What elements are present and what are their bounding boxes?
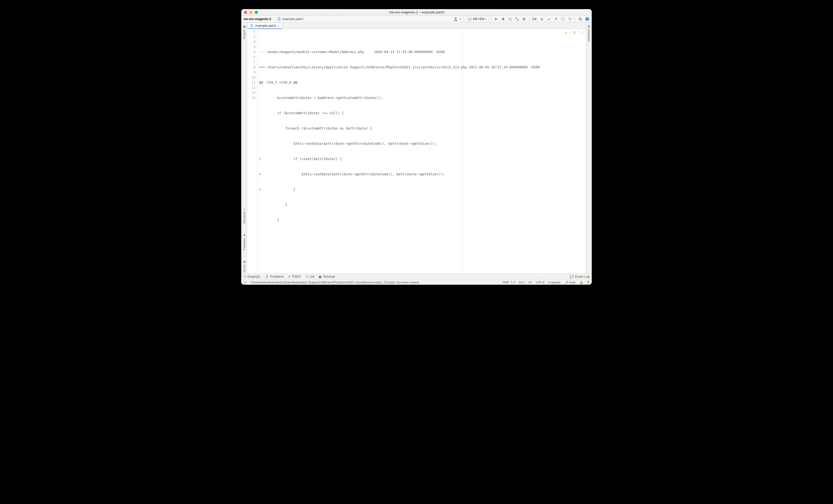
star-icon: ★ [242,233,246,237]
tool-graphql[interactable]: ⬡GraphQL [243,275,261,279]
run-button[interactable] [493,16,499,22]
tool-terminal[interactable]: ▣Terminal [318,275,335,279]
database-icon: 🗄 [588,25,591,28]
folder-icon: ▣ [242,25,246,29]
status-branch[interactable]: ⎇ main [564,280,576,284]
search-everywhere-button[interactable] [577,16,583,22]
code-content[interactable]: --- vendor/magento/module-customer/Model… [258,29,586,273]
stop-button[interactable] [521,16,527,22]
svg-rect-22 [251,25,253,26]
breadcrumb-file-label: example.patch [282,17,303,21]
run-configuration-selector[interactable]: PHP ME+EM ▾ [466,16,489,22]
breadcrumb-file[interactable]: example.patch [277,17,304,21]
vcs-update-button[interactable] [539,16,545,22]
line-number-gutter: 1 2 3 4 5 6 7 8 9 10 11 12 13 14 [247,29,258,273]
status-caret[interactable]: 14:1 [519,281,524,284]
debug-button[interactable] [500,16,506,22]
tool-problems[interactable]: ❗Problems [265,275,284,279]
inspection-widget[interactable]: ✔ ⚠ 1 ⌃ ⌄ [566,30,584,35]
graphql-icon: ⬡ [243,275,246,279]
status-encoding[interactable]: UTF-8 [536,281,545,284]
chevron-down-icon[interactable]: ⌄ [582,30,584,35]
editor-tab-label: example.patch [255,24,276,28]
svg-point-17 [579,18,581,20]
run-config-label: ME+EM [473,17,484,21]
minimize-window-button[interactable] [249,11,253,14]
main-area: Project ▣ Structure ⌗ Favorites ★ Grunt … [241,23,592,273]
right-margin-guide [463,29,463,273]
title-bar: me-em-magento-2 – example.patch [241,9,592,16]
vcs-history-button[interactable] [560,16,566,22]
structure-icon: ⌗ [243,207,246,210]
terminal-icon: ▣ [318,275,322,279]
event-log-icon: 💬 [570,275,574,279]
navigation-bar: me-em-magento-2 〉 example.patch [243,17,304,21]
tool-project[interactable]: Project ▣ [242,24,246,40]
check-icon: ✔ [566,30,567,35]
svg-line-18 [581,20,582,21]
window-title: me-em-magento-2 – example.patch [258,10,576,14]
svg-point-4 [455,18,456,19]
patch-file-icon [278,17,281,21]
bottom-tool-bar: ⬡GraphQL ❗Problems ≡TODO ⌥Git ▣Terminal … [241,273,592,279]
warning-count: 1 [573,30,575,35]
right-tool-rail: 🗄 Database [586,23,592,273]
tool-windows-toggle[interactable]: ▢ [243,280,246,284]
warning-icon: ⚠ [569,30,571,35]
editor[interactable]: 1 2 3 4 5 6 7 8 9 10 11 12 13 14 [247,29,586,273]
coverage-button[interactable] [507,16,513,22]
user-icon[interactable] [453,16,459,22]
patch-file-icon [250,24,254,28]
editor-tab-bar: example.patch × [247,23,586,29]
svg-rect-1 [279,18,280,18]
status-indent[interactable]: 4 spaces [548,281,561,284]
git-icon: ⌥ [305,275,309,279]
ide-settings-button[interactable] [584,16,590,22]
tool-database[interactable]: 🗄 Database [588,24,591,43]
window-controls [241,11,258,14]
chevron-right-icon: 〉 [273,17,276,21]
chevron-down-icon: ▾ [485,18,487,20]
todo-icon: ≡ [288,275,290,279]
close-tab-button[interactable]: × [278,24,280,28]
problems-icon: ❗ [265,275,269,279]
svg-rect-15 [523,18,525,20]
git-label: Git: [532,17,538,21]
status-eol[interactable]: LF [528,281,532,284]
main-toolbar: me-em-magento-2 〉 example.patch ▾ PHP ME… [241,16,592,23]
svg-rect-13 [516,18,517,19]
status-bar: ▢ '/Users/nahuelsanchez/Library/Applicat… [241,279,592,285]
svg-text:PHP: PHP [468,19,471,20]
branch-icon: ⎇ [564,281,569,284]
svg-rect-3 [279,19,280,20]
tool-git[interactable]: ⌥Git [305,275,314,279]
tool-grunt[interactable]: Grunt ◆ [242,259,246,273]
status-sync-icon[interactable]: ⇅ [587,280,590,284]
vcs-rollback-button[interactable] [567,16,573,22]
zoom-window-button[interactable] [255,11,258,14]
tool-structure[interactable]: Structure ⌗ [243,206,246,225]
tool-favorites[interactable]: Favorites ★ [242,232,246,251]
breadcrumb-project[interactable]: me-em-magento-2 [243,17,271,21]
profile-button[interactable] [514,16,520,22]
close-window-button[interactable] [244,11,247,14]
tool-todo[interactable]: ≡TODO [288,275,301,279]
vcs-push-button[interactable] [553,16,559,22]
svg-rect-21 [251,25,253,25]
editor-area: example.patch × 1 2 3 4 5 6 7 8 9 10 11 [247,23,586,273]
status-message: '/Users/nahuelsanchez/Library/Applicatio… [250,281,499,284]
ide-window: me-em-magento-2 – example.patch me-em-ma… [241,9,592,285]
editor-tab-active[interactable]: example.patch × [248,23,282,29]
grunt-icon: ◆ [242,260,246,264]
chevron-up-icon[interactable]: ⌃ [578,30,580,35]
svg-rect-14 [517,19,519,21]
status-lock-icon[interactable]: 🔒 [579,280,583,284]
vcs-commit-button[interactable] [546,16,552,22]
tool-event-log[interactable]: 💬Event Log [570,275,590,279]
status-php[interactable]: PHP: 7.3 [502,281,515,284]
svg-point-7 [502,18,504,20]
breadcrumb-project-label: me-em-magento-2 [243,17,271,21]
left-tool-rail: Project ▣ Structure ⌗ Favorites ★ Grunt … [241,23,247,273]
